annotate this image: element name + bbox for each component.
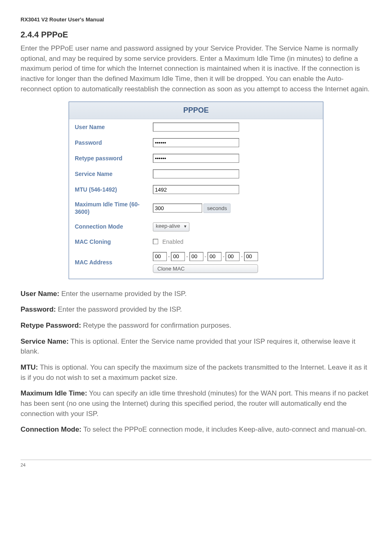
def-text-service: This is optional. Enter the Service name… (21, 338, 355, 356)
idle-time-input[interactable] (153, 204, 202, 213)
enabled-label: Enabled (162, 238, 183, 245)
clone-mac-button[interactable]: Clone MAC (153, 264, 258, 273)
retype-password-input[interactable] (153, 154, 239, 163)
label-mtu: MTU (546-1492) (75, 186, 153, 193)
def-text-mtu: This is optional. You can specify the ma… (21, 363, 367, 382)
service-name-input[interactable] (153, 169, 239, 178)
def-term-idle: Maximum Idle Time: (21, 389, 87, 397)
label-user-name: User Name (75, 123, 153, 131)
def-term-mtu: MTU: (21, 363, 38, 371)
label-connection-mode: Connection Mode (75, 223, 153, 230)
def-text-retype: Retype the password for confirmation pur… (81, 321, 231, 329)
footer-divider (21, 460, 371, 460)
def-text-conn: To select the PPPoE connection mode, it … (81, 426, 367, 433)
def-term-service: Service Name: (21, 338, 69, 345)
mac-dash: - (186, 253, 188, 259)
def-term-password: Password: (21, 305, 56, 313)
def-text-password: Enter the password provided by the ISP. (56, 305, 182, 313)
mac-dash: - (222, 253, 225, 259)
label-password: Password (75, 139, 153, 146)
def-term-retype: Retype Password: (21, 321, 81, 329)
pppoe-form-panel: PPPOE User Name Password Retype password… (69, 102, 323, 279)
section-heading: 2.4.4 PPPoE (21, 30, 371, 39)
mac-dash: - (168, 253, 170, 259)
document-header: RX3041 V2 Router User's Manual (21, 16, 371, 23)
mac-octet-3[interactable] (208, 252, 221, 261)
mac-octet-1[interactable] (171, 252, 185, 261)
connection-mode-select[interactable]: keep-alive (153, 222, 189, 231)
mac-octet-4[interactable] (226, 252, 240, 261)
label-retype-password: Retype password (75, 155, 153, 162)
label-mac-address: MAC Address (75, 259, 153, 266)
intro-paragraph: Enter the PPPoE user name and password a… (21, 44, 371, 94)
def-term-conn: Connection Mode: (21, 426, 81, 433)
page-number: 24 (21, 462, 371, 467)
mac-octet-0[interactable] (153, 252, 167, 261)
label-service-name: Service Name (75, 170, 153, 178)
seconds-label: seconds (203, 204, 231, 213)
mac-octet-2[interactable] (189, 252, 203, 261)
mac-octet-5[interactable] (244, 252, 258, 261)
password-input[interactable] (153, 138, 239, 147)
def-text-username: Enter the username provided by the ISP. (60, 290, 187, 298)
mac-dash: - (240, 253, 243, 259)
mac-cloning-checkbox[interactable] (153, 239, 158, 244)
form-title: PPPOE (69, 102, 323, 119)
mtu-input[interactable] (153, 185, 239, 194)
mac-dash: - (204, 253, 207, 259)
label-max-idle: Maximum Idle Time (60-3600) (75, 201, 153, 215)
label-mac-cloning: MAC Cloning (75, 238, 153, 245)
user-name-input[interactable] (153, 123, 239, 132)
def-term-username: User Name: (21, 290, 60, 298)
